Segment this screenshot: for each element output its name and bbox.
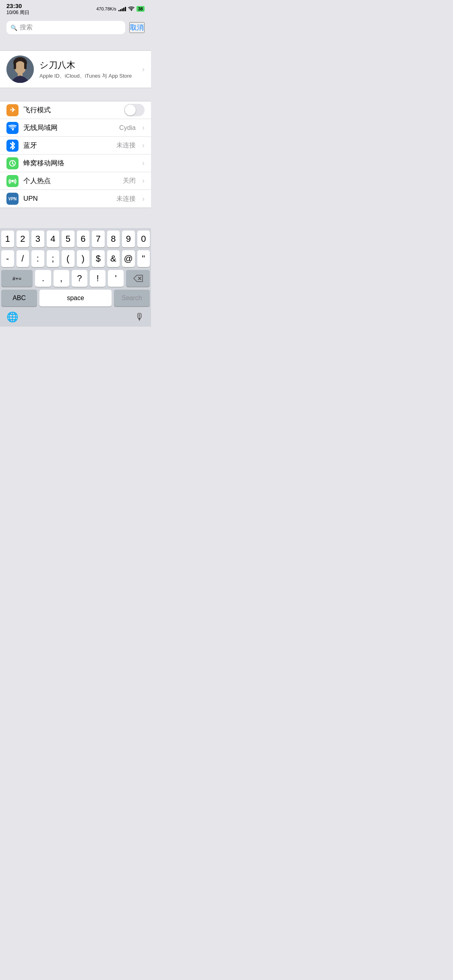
settings-row-bluetooth[interactable]: 蓝牙 未连接 › [0,137,151,154]
svg-rect-3 [14,62,16,69]
hotspot-value: 关闭 [123,177,136,185]
microphone-icon[interactable]: 🎙 [135,311,145,323]
key-exclamation[interactable]: ! [90,270,105,287]
key-9[interactable]: 9 [122,231,135,247]
svg-rect-4 [24,62,27,69]
keyboard-row-4: ABC space Search [1,290,150,307]
profile-section: シ刀八木 Apple ID、iCloud、iTunes 与 App Store … [0,50,151,88]
search-icon: 🔍 [10,25,17,31]
key-comma[interactable]: , [54,270,69,287]
bluetooth-icon [6,140,19,152]
profile-row[interactable]: シ刀八木 Apple ID、iCloud、iTunes 与 App Store … [0,51,151,88]
key-3[interactable]: 3 [31,231,44,247]
search-input[interactable]: 搜索 [20,23,33,32]
signal-bars-icon [118,6,126,11]
wifi-value: Cydia [119,124,136,132]
settings-row-vpn[interactable]: VPN UPN 未连接 › [0,190,151,208]
key-colon[interactable]: : [31,250,44,267]
key-search[interactable]: Search [114,290,150,307]
keyboard-row-3: #+= . , ? ! ' [1,270,150,287]
globe-icon[interactable]: 🌐 [6,311,19,323]
profile-info: シ刀八木 Apple ID、iCloud、iTunes 与 App Store [39,59,137,80]
keyboard-row-2: - / : ; ( ) $ & @ " [1,250,150,267]
hotspot-chevron-icon: › [142,177,145,185]
avatar [6,56,34,83]
settings-row-airplane[interactable]: ✈ 飞行模式 [0,101,151,119]
airplane-toggle[interactable] [124,104,145,116]
key-6[interactable]: 6 [77,231,90,247]
status-right: 470.78K/s 38 [96,6,145,12]
vpn-label: UPN [23,195,112,203]
key-dollar[interactable]: $ [92,250,105,267]
settings-row-cellular[interactable]: 蜂窝移动网络 › [0,154,151,172]
section-gap-1 [0,37,151,50]
search-bar-container: 🔍 搜索 取消 [0,18,151,37]
hotspot-icon [6,175,19,187]
key-0[interactable]: 0 [137,231,150,247]
vpn-value: 未连接 [116,195,136,203]
key-4[interactable]: 4 [47,231,60,247]
wifi-status-icon [128,6,134,11]
key-space[interactable]: space [39,290,112,307]
cellular-chevron-icon: › [142,159,145,167]
key-5[interactable]: 5 [62,231,74,247]
key-hashtag-plus-equals[interactable]: #+= [1,270,33,287]
key-at[interactable]: @ [122,250,135,267]
key-8[interactable]: 8 [107,231,120,247]
section-gap-2 [0,88,151,101]
airplane-label: 飞行模式 [23,105,119,115]
key-semicolon[interactable]: ; [47,250,60,267]
status-bar: 23:30 10/06 周日 470.78K/s 38 [0,0,151,18]
key-7[interactable]: 7 [92,231,105,247]
wifi-chevron-icon: › [142,124,145,132]
key-2[interactable]: 2 [17,231,29,247]
battery-indicator: 38 [137,6,145,12]
status-speed: 470.78K/s [96,6,116,11]
status-time: 23:30 [6,2,29,10]
settings-row-hotspot[interactable]: 个人热点 关闭 › [0,172,151,190]
status-date: 10/06 周日 [6,10,29,15]
keyboard-rows: 1 2 3 4 5 6 7 8 9 0 - / : ; ( ) $ & @ " … [0,228,151,307]
key-open-paren[interactable]: ( [62,250,74,267]
key-question[interactable]: ? [72,270,87,287]
bluetooth-chevron-icon: › [142,141,145,150]
cancel-button[interactable]: 取消 [129,22,145,33]
airplane-toggle-knob [125,105,136,115]
wifi-label: 无线局域网 [23,123,114,132]
key-quote[interactable]: " [137,250,150,267]
key-period[interactable]: . [35,270,51,287]
hotspot-label: 个人热点 [23,176,118,185]
profile-subtitle: Apple ID、iCloud、iTunes 与 App Store [39,72,137,80]
cellular-icon [6,157,19,169]
key-close-paren[interactable]: ) [77,250,90,267]
vpn-icon: VPN [6,193,19,205]
key-slash[interactable]: / [17,250,29,267]
keyboard-row-1: 1 2 3 4 5 6 7 8 9 0 [1,231,150,247]
svg-point-7 [12,163,13,164]
keyboard-bottom-bar: 🌐 🎙 [0,307,151,327]
bluetooth-value: 未连接 [116,141,136,150]
svg-point-8 [11,180,14,182]
profile-name: シ刀八木 [39,59,137,71]
bluetooth-label: 蓝牙 [23,141,112,150]
vpn-chevron-icon: › [142,195,145,203]
svg-point-2 [14,61,26,74]
profile-chevron-icon: › [142,65,145,74]
delete-icon [133,275,143,282]
cellular-label: 蜂窝移动网络 [23,159,137,168]
key-ampersand[interactable]: & [107,250,120,267]
delete-key[interactable] [126,270,150,287]
settings-section: ✈ 飞行模式 无线局域网 Cydia › 蓝牙 未连接 › [0,101,151,208]
key-1[interactable]: 1 [1,231,14,247]
airplane-icon: ✈ [6,104,19,116]
key-apostrophe[interactable]: ' [108,270,124,287]
key-dash[interactable]: - [1,250,14,267]
settings-row-wifi[interactable]: 无线局域网 Cydia › [0,119,151,137]
search-input-wrapper[interactable]: 🔍 搜索 [6,21,125,34]
key-abc[interactable]: ABC [1,290,37,307]
status-left: 23:30 10/06 周日 [6,2,29,15]
wifi-icon [6,122,19,134]
avatar-image [6,56,34,83]
keyboard: 1 2 3 4 5 6 7 8 9 0 - / : ; ( ) $ & @ " … [0,228,151,327]
